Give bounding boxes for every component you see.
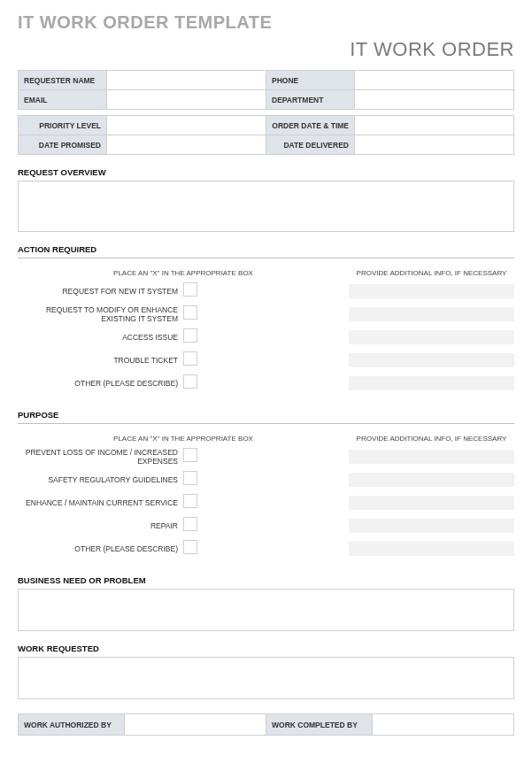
priority-field[interactable]: [107, 116, 266, 135]
action-info-field[interactable]: [349, 307, 514, 321]
action-info-field[interactable]: [349, 376, 514, 390]
priority-label: PRIORITY LEVEL: [19, 116, 107, 135]
completed-by-field[interactable]: [373, 714, 514, 736]
action-row-label: TROUBLE TICKET: [18, 351, 183, 369]
action-checkbox[interactable]: [183, 351, 197, 366]
action-hint-right: PROVIDE ADDITIONAL INFO, IF NECESSARY: [349, 269, 514, 277]
page-title: IT WORK ORDER TEMPLATE: [18, 12, 514, 33]
action-info-field[interactable]: [349, 353, 514, 367]
action-row-label: ACCESS ISSUE: [18, 328, 183, 346]
purpose-row-label: PREVENT LOSS OF INCOME / INCREASED EXPEN…: [18, 448, 183, 466]
request-overview-heading: REQUEST OVERVIEW: [18, 167, 514, 177]
purpose-info-field[interactable]: [349, 519, 514, 533]
authorized-by-label: WORK AUTHORIZED BY: [19, 714, 125, 736]
date-delivered-label: DATE DELIVERED: [266, 135, 355, 155]
purpose-row-label: ENHANCE / MAINTAIN CURRENT SERVICE: [18, 494, 183, 512]
purpose-checkbox[interactable]: [183, 517, 197, 531]
signature-table: WORK AUTHORIZED BY WORK COMPLETED BY: [18, 713, 514, 736]
purpose-info-field[interactable]: [349, 450, 514, 464]
action-checkbox[interactable]: [183, 328, 197, 343]
authorized-by-field[interactable]: [125, 714, 266, 736]
completed-by-label: WORK COMPLETED BY: [266, 714, 373, 736]
action-checkbox[interactable]: [183, 305, 197, 320]
purpose-hint-right: PROVIDE ADDITIONAL INFO, IF NECESSARY: [349, 435, 514, 443]
divider: [18, 258, 514, 258]
email-field[interactable]: [107, 90, 266, 110]
phone-label: PHONE: [266, 71, 355, 90]
purpose-info-field[interactable]: [349, 473, 514, 487]
request-overview-box[interactable]: [18, 181, 514, 232]
purpose-hint-left: PLACE AN "X" IN THE APPROPRIATE BOX: [18, 435, 349, 443]
phone-field[interactable]: [355, 71, 514, 90]
purpose-info-field[interactable]: [349, 496, 514, 510]
department-label: DEPARTMENT: [266, 90, 355, 110]
action-row-label: REQUEST TO MODIFY OR ENHANCE EXISTING IT…: [18, 305, 183, 323]
purpose-row-label: SAFETY REGULATORY GUIDELINES: [18, 471, 183, 489]
purpose-heading: PURPOSE: [18, 410, 514, 420]
order-date-field[interactable]: [355, 116, 514, 135]
work-requested-box[interactable]: [18, 657, 514, 699]
date-promised-field[interactable]: [107, 135, 266, 155]
purpose-checkbox[interactable]: [183, 471, 197, 485]
requester-name-label: REQUESTER NAME: [19, 71, 107, 90]
email-label: EMAIL: [19, 90, 107, 110]
sub-title: IT WORK ORDER: [18, 38, 514, 61]
purpose-row-label: OTHER (PLEASE DESCRIBE): [18, 540, 183, 558]
action-required-heading: ACTION REQUIRED: [18, 244, 514, 254]
action-required-grid: PLACE AN "X" IN THE APPROPRIATE BOX PROV…: [18, 264, 514, 397]
purpose-checkbox[interactable]: [183, 540, 197, 554]
action-checkbox[interactable]: [183, 374, 197, 389]
work-requested-heading: WORK REQUESTED: [18, 644, 514, 653]
purpose-row-label: REPAIR: [18, 517, 183, 535]
date-promised-label: DATE PROMISED: [19, 135, 107, 155]
order-date-label: ORDER DATE & TIME: [266, 116, 355, 135]
department-field[interactable]: [355, 90, 514, 110]
business-need-heading: BUSINESS NEED OR PROBLEM: [18, 575, 514, 585]
purpose-checkbox[interactable]: [183, 494, 197, 508]
header-table-2: PRIORITY LEVEL ORDER DATE & TIME DATE PR…: [18, 115, 514, 155]
purpose-checkbox[interactable]: [183, 448, 197, 462]
action-checkbox[interactable]: [183, 282, 197, 297]
action-info-field[interactable]: [349, 284, 514, 298]
requester-name-field[interactable]: [107, 71, 266, 90]
purpose-grid: PLACE AN "X" IN THE APPROPRIATE BOX PROV…: [18, 429, 514, 563]
action-row-label: OTHER (PLEASE DESCRIBE): [18, 374, 183, 392]
action-info-field[interactable]: [349, 330, 514, 344]
header-table-1: REQUESTER NAME PHONE EMAIL DEPARTMENT: [18, 70, 514, 110]
action-hint-left: PLACE AN "X" IN THE APPROPRIATE BOX: [18, 269, 349, 277]
divider: [18, 423, 514, 424]
business-need-box[interactable]: [18, 589, 514, 631]
action-row-label: REQUEST FOR NEW IT SYSTEM: [18, 282, 183, 300]
purpose-info-field[interactable]: [349, 542, 514, 556]
date-delivered-field[interactable]: [355, 135, 514, 155]
